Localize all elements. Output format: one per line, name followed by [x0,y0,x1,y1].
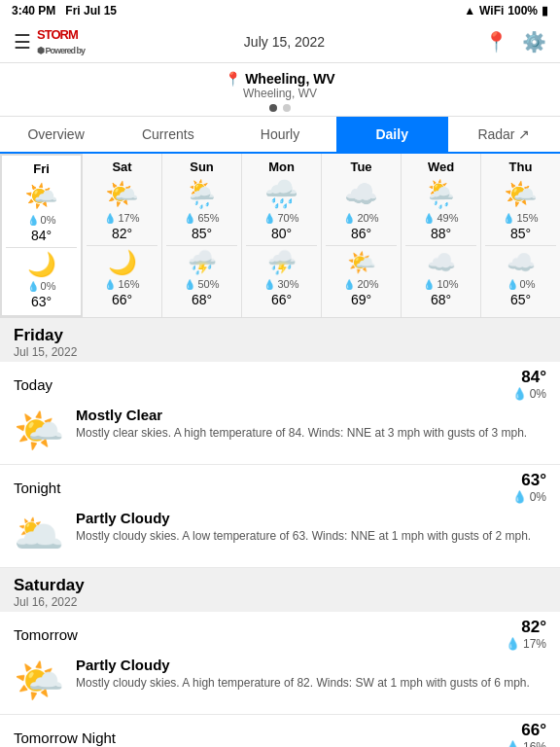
precip-dot: 💧 [27,281,39,292]
precip-dot: 💧 [423,279,435,290]
section-header-0: Friday Jul 15, 2022 [0,318,560,362]
precip-dot: 💧 [184,213,195,224]
precip-dot: 💧 [104,213,116,224]
status-bar: 3:40 PM Fri Jul 15 ▲ WiFi 100% ▮ [0,0,560,21]
day-hi-precip: 💧 0% [6,214,77,226]
day-lo-temp: 66° [87,292,158,307]
day-lo-icon: ☁️ [405,249,476,276]
period-label: Tomorrow [14,626,78,643]
day-lo-precip: 💧 10% [405,278,476,290]
day-lo-temp: 68° [405,292,476,307]
day-card-fri[interactable]: Fri 🌤️ 💧 0% 84° 🌙 💧 0% 63° [0,154,83,317]
day-hi-icon: ☁️ [326,178,397,210]
header-icons: 📍 ⚙️ [484,30,546,53]
period-precip-pct: 0% [530,490,546,504]
tab-overview[interactable]: Overview [0,117,112,152]
tab-currents[interactable]: Currents [112,117,224,152]
period-precip: 💧 0% [512,490,546,504]
precip-dot: 💧 [503,213,514,224]
lo-precip-pct: 20% [357,278,378,290]
forecast-icon: 🌥️ [14,510,64,557]
location-name: 📍 Wheeling, WV [0,71,560,87]
lo-precip-pct: 30% [277,278,298,290]
tab-hourly[interactable]: Hourly [224,117,335,152]
section-date: Jul 15, 2022 [14,345,546,359]
forecast-desc: Mostly clear skies. A high temperature o… [76,425,527,442]
forecast-detail-1-0: 🌤️ Partly Cloudy Mostly cloudy skies. A … [0,651,560,715]
forecast-desc: Mostly cloudy skies. A high temperature … [76,675,530,692]
precip-dot: 💧 [343,279,355,290]
day-card-tue[interactable]: Tue ☁️ 💧 20% 86° 🌤️ 💧 20% 69° [322,154,402,317]
period-temp: 82° [506,618,546,637]
forecast-text: Mostly Clear Mostly clear skies. A high … [76,407,527,442]
period-precip-pct: 17% [523,637,546,651]
day-name: Tue [326,160,397,174]
period-precip-pct: 0% [530,387,546,401]
status-date: Fri Jul 15 [65,4,117,18]
day-card-sat[interactable]: Sat 🌤️ 💧 17% 82° 🌙 💧 16% 66° [83,154,162,317]
period-temp: 84° [512,368,546,387]
day-lo-temp: 66° [246,292,317,307]
battery-text: 100% [508,4,538,18]
day-hi-precip: 💧 70% [246,212,317,224]
section-day: Friday [14,326,546,345]
day-hi-precip: 💧 15% [485,212,556,224]
day-card-wed[interactable]: Wed 🌦️ 💧 49% 88° ☁️ 💧 10% 68° [402,154,481,317]
period-row-0-1: Tonight 63° 💧 0% [0,465,560,504]
menu-button[interactable]: ☰ [14,30,31,53]
wifi-icon: WiFi [479,4,504,18]
day-hi-temp: 88° [405,226,476,241]
lo-precip-pct: 50% [197,278,219,290]
day-lo-precip: 💧 50% [166,278,237,290]
tab-daily[interactable]: Daily [336,117,448,152]
day-name: Wed [405,160,476,174]
day-card-thu[interactable]: Thu 🌤️ 💧 15% 85° ☁️ 💧 0% 65° [481,154,560,317]
day-divider [87,245,158,246]
nav-tabs: Overview Currents Hourly Daily Radar ↗ [0,117,560,154]
period-right: 63° 💧 0% [512,471,546,504]
day-hi-precip: 💧 17% [87,212,158,224]
lo-precip-pct: 0% [41,280,56,292]
day-lo-precip: 💧 0% [485,278,556,290]
location-button[interactable]: 📍 [484,30,508,53]
precip-pct: 20% [357,212,378,224]
precip-drop-icon: 💧 [506,740,520,747]
location-name-text: Wheeling, WV [245,71,335,87]
precip-dot: 💧 [507,279,518,290]
forecast-text: Partly Cloudy Mostly cloudy skies. A hig… [76,657,530,692]
tab-radar[interactable]: Radar ↗ [448,117,560,152]
day-lo-icon: ⛈️ [166,249,237,276]
day-divider [246,245,317,246]
day-hi-temp: 82° [87,226,158,241]
day-divider [405,245,476,246]
day-hi-temp: 85° [485,226,556,241]
day-hi-icon: 🌧️ [246,178,317,210]
day-name: Mon [246,160,317,174]
period-temp: 66° [506,721,546,740]
day-divider [6,247,77,248]
period-label: Today [14,376,52,393]
day-card-sun[interactable]: Sun 🌦️ 💧 65% 85° ⛈️ 💧 50% 68° [162,154,242,317]
day-lo-temp: 69° [326,292,397,307]
period-precip: 💧 16% [506,740,546,747]
forecast-title: Mostly Clear [76,407,527,423]
status-time: 3:40 PM [12,4,55,18]
day-divider [166,245,237,246]
battery-icon: ▮ [542,4,548,18]
period-right: 84° 💧 0% [512,368,546,401]
day-lo-icon: 🌤️ [326,249,397,276]
settings-button[interactable]: ⚙️ [522,30,546,53]
lo-precip-pct: 16% [118,278,139,290]
day-card-mon[interactable]: Mon 🌧️ 💧 70% 80° ⛈️ 💧 30% 66° [242,154,322,317]
day-lo-precip: 💧 0% [6,280,77,292]
day-divider [326,245,397,246]
precip-dot: 💧 [27,215,39,226]
day-lo-temp: 68° [166,292,237,307]
forecast-detail-0-0: 🌤️ Mostly Clear Mostly clear skies. A hi… [0,401,560,465]
day-hi-icon: 🌦️ [405,178,476,210]
day-hi-temp: 84° [6,228,77,243]
day-lo-icon: ☁️ [485,249,556,276]
precip-pct: 70% [277,212,298,224]
period-label: Tomorrow Night [14,729,116,746]
forecast-icon: 🌤️ [14,407,64,454]
